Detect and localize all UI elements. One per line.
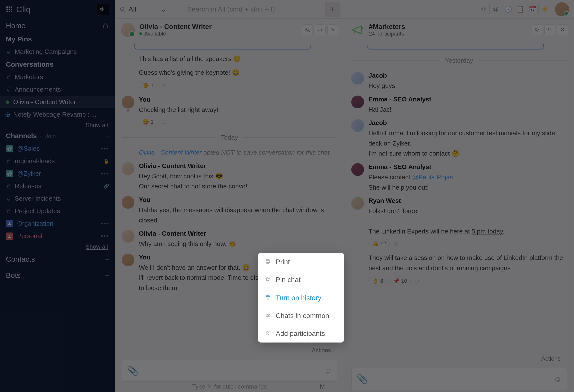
popup-add-participants[interactable]: Add participants — [258, 325, 344, 342]
print-icon — [265, 258, 271, 266]
svg-point-20 — [267, 332, 268, 333]
popup-print[interactable]: Print — [258, 253, 344, 271]
popup-label: Print — [276, 258, 290, 266]
history-icon — [265, 294, 271, 302]
popup-label: Add participants — [276, 330, 325, 338]
popup-pin-chat[interactable]: Pin chat — [258, 271, 344, 289]
popup-chats-in-common[interactable]: Chats in common — [258, 307, 344, 325]
popup-label: Pin chat — [276, 276, 301, 284]
popup-label: Chats in common — [276, 312, 329, 320]
common-chats-icon — [265, 312, 271, 320]
actions-popup: Print Pin chat Turn on history Chats in … — [258, 253, 344, 342]
popup-label: Turn on history — [276, 294, 321, 302]
add-person-icon — [265, 330, 271, 338]
popup-turn-on-history[interactable]: Turn on history — [258, 289, 344, 307]
pin-icon — [265, 276, 271, 284]
